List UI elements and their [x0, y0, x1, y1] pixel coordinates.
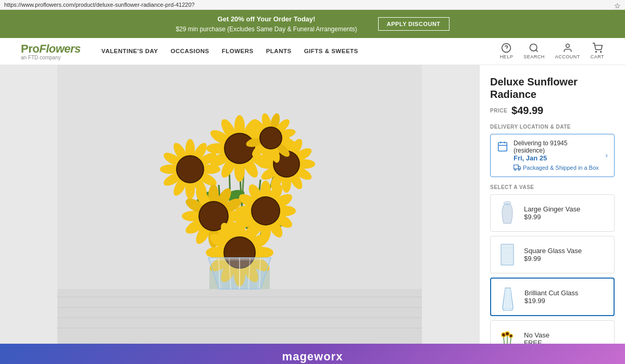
nav-flowers[interactable]: FLOWERS: [222, 48, 254, 54]
vase-thumb-no-vase: [496, 325, 519, 344]
svg-point-2: [530, 44, 537, 51]
svg-point-5: [595, 52, 596, 53]
product-title: Deluxe Sunflower Radiance: [490, 76, 615, 101]
vase-thumb-brilliant-cut: [496, 283, 519, 311]
search-label: SEARCH: [523, 54, 545, 59]
delivery-info: Delivering to 91945 (residence) Fri, Jan…: [514, 140, 600, 171]
svg-point-159: [506, 332, 509, 335]
mageworx-logo: mageworx: [282, 350, 343, 363]
svg-point-129: [260, 128, 281, 148]
vase-thumb-square-glass: [496, 241, 519, 269]
vase-price-brilliant-cut: $19.99: [524, 297, 608, 305]
price-label: PRICE: [490, 108, 507, 114]
svg-marker-152: [503, 308, 513, 311]
help-button[interactable]: HELP: [500, 43, 514, 59]
no-vase-image: [498, 326, 516, 344]
vase-price-square-glass: $9.99: [524, 255, 609, 262]
vase-section-label: SELECT A VASE: [490, 184, 615, 190]
search-button[interactable]: SEARCH: [523, 43, 545, 59]
cart-label: CART: [591, 54, 604, 59]
vase-name-square-glass: Square Glass Vase: [524, 247, 609, 255]
svg-line-3: [536, 50, 538, 52]
price-value: $49.99: [511, 105, 543, 117]
cart-button[interactable]: CART: [591, 43, 604, 59]
search-icon: [529, 43, 539, 53]
svg-line-155: [510, 337, 511, 344]
banner-line1: Get 20% off Your Order Today!: [218, 15, 316, 23]
svg-point-4: [566, 44, 569, 48]
delivery-box[interactable]: Delivering to 91945 (residence) Fri, Jan…: [490, 134, 615, 177]
vase-price-no-vase: FREE: [524, 339, 609, 344]
svg-point-161: [510, 334, 512, 337]
delivery-ship-method: Packaged & Shipped in a Box: [514, 164, 600, 171]
nav-gifts-sweets[interactable]: GIFTS & SWEETS: [304, 48, 358, 54]
svg-rect-137: [498, 142, 507, 151]
nav-plants[interactable]: PLANTS: [266, 48, 292, 54]
promo-banner: Get 20% off Your Order Today! $29 min pu…: [0, 10, 625, 38]
apply-discount-button[interactable]: APPLY DISCOUNT: [378, 17, 449, 31]
truck-icon: [514, 164, 521, 171]
brilliant-cut-vase-image: [499, 283, 517, 311]
vase-option-large-ginger[interactable]: Large Ginger Vase $9.99: [490, 194, 615, 232]
url-bar: https://www.proflowers.com/product/delux…: [0, 0, 625, 10]
account-icon: [562, 43, 573, 53]
logo[interactable]: ProFlowers: [21, 42, 81, 56]
bookmark-icon[interactable]: ☆: [614, 2, 621, 10]
svg-point-101: [252, 197, 279, 224]
large-ginger-vase-image: [499, 200, 515, 226]
vase-thumb-large-ginger: [496, 199, 519, 227]
vase-price-large-ginger: $9.99: [524, 213, 609, 221]
square-glass-vase-image: [498, 242, 516, 268]
nav-valentines[interactable]: VALENTINE'S DAY: [102, 48, 158, 54]
cart-icon: [592, 43, 603, 53]
vase-option-no-vase[interactable]: No Vase FREE: [490, 320, 615, 344]
svg-point-145: [504, 202, 511, 205]
chevron-right-icon: ›: [605, 151, 608, 159]
vase-name-no-vase: No Vase: [524, 331, 609, 339]
vase-info-no-vase: No Vase FREE: [524, 331, 609, 344]
vase-option-brilliant-cut[interactable]: Brilliant Cut Glass $19.99: [490, 278, 615, 316]
help-label: HELP: [500, 54, 514, 59]
product-panel: Deluxe Sunflower Radiance PRICE $49.99 D…: [479, 65, 625, 344]
delivery-to: Delivering to 91945 (residence): [514, 140, 600, 154]
vase-info-brilliant-cut: Brilliant Cut Glass $19.99: [524, 289, 608, 305]
svg-point-143: [515, 169, 516, 170]
delivery-date: Fri, Jan 25: [514, 154, 600, 162]
help-icon: [501, 43, 511, 53]
footer-banner: mageworx: [0, 344, 625, 365]
logo-area[interactable]: ProFlowers an FTD company: [21, 42, 81, 60]
calendar-icon: [497, 141, 508, 154]
vase-name-large-ginger: Large Ginger Vase: [524, 205, 609, 213]
vase-option-square-glass[interactable]: Square Glass Vase $9.99: [490, 236, 615, 273]
svg-line-153: [504, 336, 505, 344]
nav-occasions[interactable]: OCCASIONS: [170, 48, 209, 54]
vase-info-large-ginger: Large Ginger Vase $9.99: [524, 205, 609, 221]
main-nav: VALENTINE'S DAY OCCASIONS FLOWERS PLANTS…: [102, 48, 500, 54]
vase-name-brilliant-cut: Brilliant Cut Glass: [524, 289, 608, 297]
svg-point-6: [601, 52, 602, 53]
price-row: PRICE $49.99: [490, 105, 615, 117]
url-text: https://www.proflowers.com/product/delux…: [4, 2, 195, 8]
delivery-section-label: DELIVERY LOCATION & DATE: [490, 124, 615, 130]
banner-line2: $29 min purchase (Excludes Same Day & Fu…: [176, 24, 357, 34]
svg-rect-146: [501, 244, 514, 265]
svg-point-59: [177, 156, 203, 182]
svg-point-45: [225, 134, 254, 163]
product-image: [57, 65, 422, 344]
svg-point-144: [518, 169, 520, 170]
svg-rect-141: [514, 165, 519, 169]
header-icons: HELP SEARCH ACCOUNT CART: [500, 43, 604, 59]
banner-text: Get 20% off Your Order Today! $29 min pu…: [176, 14, 357, 34]
site-header: ProFlowers an FTD company VALENTINE'S DA…: [0, 38, 625, 65]
svg-marker-142: [518, 166, 520, 169]
main-content: Deluxe Sunflower Radiance PRICE $49.99 D…: [0, 65, 625, 344]
vase-info-square-glass: Square Glass Vase $9.99: [524, 247, 609, 262]
svg-rect-8: [57, 289, 422, 344]
account-button[interactable]: ACCOUNT: [555, 43, 580, 59]
product-image-area: [0, 65, 479, 344]
account-label: ACCOUNT: [555, 54, 580, 59]
